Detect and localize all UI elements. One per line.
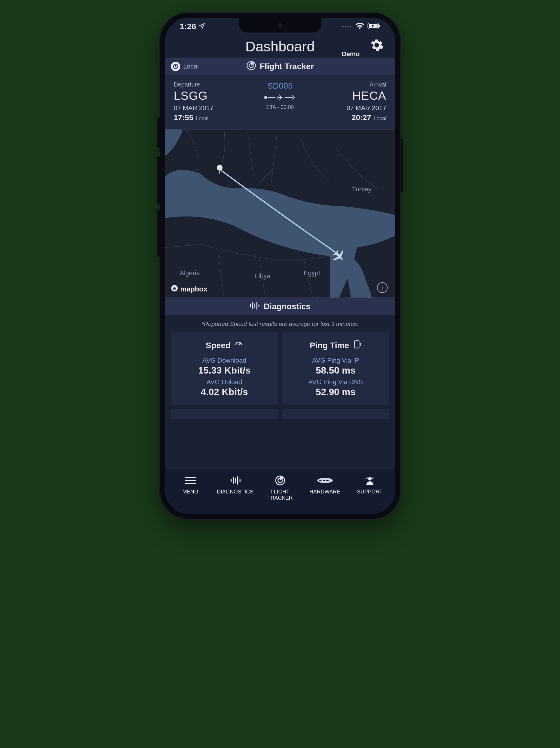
map-label-libya: Libya xyxy=(255,272,271,280)
tab-label: SUPPORT xyxy=(357,489,383,495)
flight-info: Departure LSGG 07 MAR 2017 17:55Local SD… xyxy=(165,75,395,129)
gauge-icon xyxy=(234,340,243,351)
waveform-icon xyxy=(230,475,241,486)
flight-center-block: SD005 ETA - 00:00 xyxy=(245,81,316,111)
ping-card[interactable]: Ping Time AVG Ping Via IP 58.50 ms AVG P… xyxy=(282,332,389,404)
svg-line-20 xyxy=(239,343,240,345)
tab-menu[interactable]: MENU xyxy=(168,475,213,495)
support-icon xyxy=(365,475,375,486)
map-attribution: mapbox xyxy=(171,285,208,294)
timezone-toggle[interactable]: Local xyxy=(171,62,199,71)
waveform-icon xyxy=(249,302,260,312)
tab-label: DIAGNOSTICS xyxy=(217,489,253,495)
ping-dns-value: 52.90 ms xyxy=(288,387,384,397)
gear-icon xyxy=(370,48,384,53)
radar-icon xyxy=(246,61,256,73)
ping-ip-label: AVG Ping Via IP xyxy=(288,357,384,365)
map-label-algeria: Algeria xyxy=(180,269,200,277)
upload-value: 4.02 Kbit/s xyxy=(176,387,273,397)
ping-card-title: Ping Time xyxy=(310,341,349,350)
tab-support[interactable]: SUPPORT xyxy=(347,475,392,495)
departure-block: Departure LSGG 07 MAR 2017 17:55Local xyxy=(174,81,245,122)
timezone-label: Local xyxy=(183,63,199,70)
svg-rect-35 xyxy=(326,480,328,481)
departure-code: LSGG xyxy=(174,89,245,102)
menu-icon xyxy=(185,475,196,486)
arrival-tz: Local xyxy=(373,115,386,122)
departure-tz: Local xyxy=(196,115,209,122)
tab-label: MENU xyxy=(182,489,198,495)
clock-icon xyxy=(171,62,180,71)
tab-flight-tracker[interactable]: FLIGHT TRACKER xyxy=(258,475,302,501)
eta-label: ETA - 00:00 xyxy=(245,104,316,111)
radar-icon xyxy=(275,475,286,486)
card-stub[interactable] xyxy=(171,409,278,419)
svg-rect-2 xyxy=(379,25,380,27)
flight-tracker-header: Local Flight Tracker xyxy=(165,57,395,75)
card-stub[interactable] xyxy=(282,409,389,419)
flight-direction-icon xyxy=(245,94,316,101)
departure-label: Departure xyxy=(174,81,245,88)
phone-frame: 1:26 •••• Dashboard Demo xyxy=(159,12,401,520)
svg-rect-21 xyxy=(355,341,359,348)
tab-label: FLIGHT TRACKER xyxy=(267,489,293,501)
speed-card[interactable]: Speed AVG Download 15.33 Kbit/s AVG Uplo… xyxy=(171,332,278,404)
diagnostics-cards: Speed AVG Download 15.33 Kbit/s AVG Uplo… xyxy=(165,332,395,404)
notch xyxy=(239,18,321,32)
departure-date: 07 MAR 2017 xyxy=(174,104,245,112)
cellular-dots-icon: •••• xyxy=(342,24,352,30)
diagnostics-title: Diagnostics xyxy=(264,302,311,311)
battery-icon xyxy=(367,22,381,31)
ping-ip-value: 58.50 ms xyxy=(288,365,384,376)
arrival-block: Arrival HECA 07 MAR 2017 20:27Local xyxy=(316,81,386,122)
svg-rect-33 xyxy=(319,480,321,481)
app-header: Dashboard Demo xyxy=(165,36,395,55)
arrival-date: 07 MAR 2017 xyxy=(316,104,386,112)
download-value: 15.33 Kbit/s xyxy=(176,365,273,376)
departure-time: 17:55 xyxy=(174,113,194,122)
svg-point-12 xyxy=(218,166,220,168)
arrival-label: Arrival xyxy=(316,81,386,88)
tab-label: HARDWARE xyxy=(309,489,340,495)
phone-screen: 1:26 •••• Dashboard Demo xyxy=(165,18,395,514)
svg-point-11 xyxy=(217,165,223,171)
speed-card-title: Speed xyxy=(206,341,230,350)
map-label-turkey: Turkey xyxy=(352,185,371,193)
diagnostics-header: Diagnostics xyxy=(165,298,395,315)
status-time: 1:26 xyxy=(180,22,196,31)
svg-rect-34 xyxy=(323,480,325,481)
map-info-button[interactable]: i xyxy=(377,282,388,293)
settings-button[interactable] xyxy=(370,39,384,53)
flight-number: SD005 xyxy=(245,81,316,91)
upload-label: AVG Upload xyxy=(176,378,273,386)
tab-bar: MENU DIAGNOSTICS FLIGHT TRACKER HARDWARE xyxy=(165,470,395,514)
location-icon xyxy=(199,22,205,31)
tracker-title: Flight Tracker xyxy=(260,62,314,71)
download-label: AVG Download xyxy=(176,357,273,365)
page-title: Dashboard xyxy=(245,39,315,55)
tab-hardware[interactable]: HARDWARE xyxy=(302,475,347,495)
svg-rect-13 xyxy=(219,170,220,174)
demo-badge: Demo xyxy=(342,50,360,58)
hardware-icon xyxy=(317,475,333,486)
ping-dns-label: AVG Ping Via DNS xyxy=(288,378,384,386)
arrival-code: HECA xyxy=(316,89,386,102)
mapbox-icon xyxy=(171,285,178,294)
phone-signal-icon xyxy=(353,340,362,351)
map-label-egypt: Egypt xyxy=(304,269,320,277)
arrival-time: 20:27 xyxy=(351,113,371,122)
diagnostics-hint: *Reported Speed test results are average… xyxy=(165,315,395,332)
card-stubs xyxy=(165,404,395,419)
svg-point-36 xyxy=(368,477,372,481)
tab-diagnostics[interactable]: DIAGNOSTICS xyxy=(213,475,258,495)
svg-point-6 xyxy=(265,96,267,99)
wifi-icon xyxy=(355,22,365,31)
flight-map[interactable]: Algeria Libya Egypt Turkey mapbox i xyxy=(165,129,395,298)
